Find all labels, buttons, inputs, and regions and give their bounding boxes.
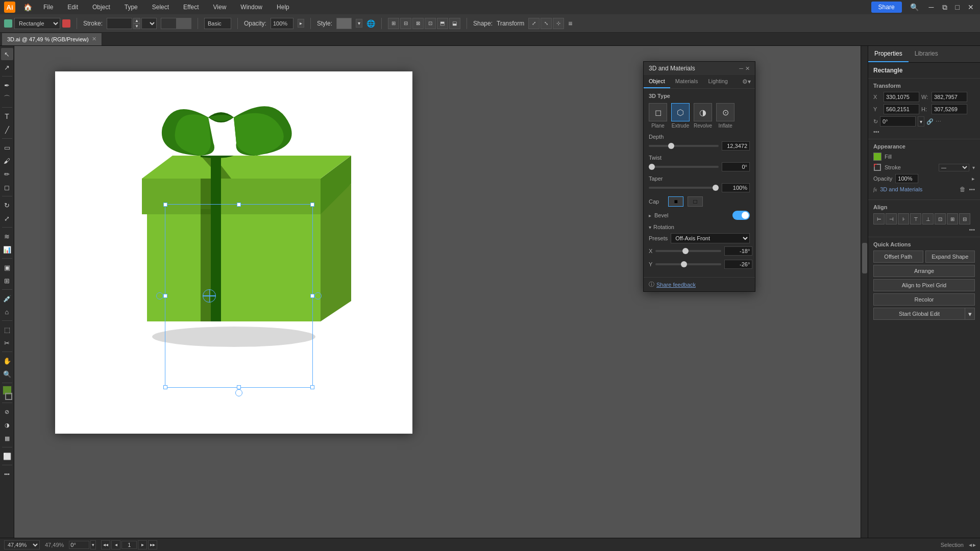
align-more-btn[interactable]: ••• xyxy=(969,227,975,233)
type-tool[interactable]: T xyxy=(1,110,13,122)
home-icon[interactable]: 🏠 xyxy=(23,3,32,11)
slice-tool[interactable]: ✂ xyxy=(1,337,13,349)
opacity-arrow-btn[interactable]: ▸ xyxy=(972,176,975,182)
align-btn-1[interactable]: ⊞ xyxy=(388,18,399,29)
eraser-tool[interactable]: ◻ xyxy=(1,181,13,193)
twist-slider[interactable] xyxy=(649,166,719,168)
taper-value-input[interactable]: 100% xyxy=(722,183,750,192)
transform-link-icon[interactable]: 🔗 xyxy=(926,118,934,125)
fx-delete-btn[interactable]: 🗑 xyxy=(960,186,966,193)
prev-artboard[interactable]: ◂ xyxy=(969,541,972,548)
tab-materials[interactable]: Materials xyxy=(670,75,703,88)
menu-help[interactable]: Help xyxy=(274,3,292,12)
align-pixel-btn[interactable]: Align to Pixel Grid xyxy=(873,279,975,291)
graph-tool[interactable]: 📊 xyxy=(1,243,13,256)
select-tool[interactable]: ↖ xyxy=(1,48,13,60)
menu-select[interactable]: Select xyxy=(149,3,172,12)
rotation-dropdown-btn[interactable]: ▾ xyxy=(918,116,924,127)
stroke-unit[interactable] xyxy=(141,18,157,29)
tool-dropdown[interactable]: Rectangle xyxy=(14,18,60,29)
y-prop-input[interactable] xyxy=(884,104,919,114)
search-button[interactable]: 🔍 xyxy=(910,3,919,11)
scale-tool[interactable]: ⤢ xyxy=(1,212,13,224)
opacity-arrow[interactable]: ▸ xyxy=(298,19,304,28)
libraries-tab[interactable]: Libraries xyxy=(909,46,944,62)
y-rotation-value[interactable]: -26° xyxy=(724,260,752,269)
menu-file[interactable]: File xyxy=(40,3,56,12)
panel-settings-icon[interactable]: ⚙▾ xyxy=(738,75,755,88)
transform-more-icon[interactable]: ⋯ xyxy=(936,118,941,125)
paintbrush-tool[interactable]: 🖌 xyxy=(1,155,13,167)
properties-tab[interactable]: Properties xyxy=(868,46,909,62)
x-rotation-value[interactable]: -18° xyxy=(724,246,752,256)
x-prop-input[interactable] xyxy=(884,92,919,102)
more-options-icon[interactable]: ≡ xyxy=(568,19,572,28)
style-globe-icon[interactable]: 🌐 xyxy=(366,19,375,28)
minimize-button[interactable]: ─ xyxy=(927,3,936,11)
panel-close-btn[interactable]: ✕ xyxy=(745,65,750,72)
canvas-area[interactable]: 3D and Materials ─ ✕ Object Materials Li… xyxy=(14,46,868,538)
menu-type[interactable]: Type xyxy=(121,3,141,12)
nav-next[interactable]: ▸ xyxy=(138,540,147,549)
cap-option-hollow[interactable]: □ xyxy=(688,196,703,207)
handle-ml[interactable] xyxy=(163,294,167,298)
more-tools[interactable]: ••• xyxy=(1,468,13,480)
menu-window[interactable]: Window xyxy=(237,3,265,12)
change-screen[interactable]: ⬜ xyxy=(1,450,13,462)
align-top-edge[interactable]: ⊤ xyxy=(910,213,921,224)
handle-mr[interactable] xyxy=(310,294,314,298)
pen-tool[interactable]: ✒ xyxy=(1,79,13,91)
transform-tools[interactable]: ⤢ ⤡ ⊹ xyxy=(528,18,564,29)
taper-slider[interactable] xyxy=(649,187,719,189)
stroke-down[interactable]: ▼ xyxy=(133,23,140,29)
menu-object[interactable]: Object xyxy=(89,3,113,12)
align-left-edge[interactable]: ⊢ xyxy=(873,213,885,224)
share-button[interactable]: Share xyxy=(871,2,902,13)
rotation-handle-right[interactable] xyxy=(314,292,322,299)
align-h-center[interactable]: ⊣ xyxy=(886,213,897,224)
blend-tool[interactable]: ⌂ xyxy=(1,306,13,318)
align-distribute-h[interactable]: ⊞ xyxy=(947,213,958,224)
stroke-style-icon[interactable] xyxy=(873,163,881,171)
artboard-tool[interactable]: ⬚ xyxy=(1,323,13,336)
tab-lighting[interactable]: Lighting xyxy=(703,75,733,88)
handle-tr[interactable] xyxy=(310,203,314,207)
rotation-handle-bottom[interactable] xyxy=(235,389,242,396)
tool-color-red[interactable] xyxy=(62,19,70,28)
recolor-btn[interactable]: Recolor xyxy=(873,293,975,306)
next-artboard[interactable]: ▸ xyxy=(973,541,976,548)
basic-dropdown[interactable]: Basic xyxy=(204,18,231,29)
h-prop-input[interactable] xyxy=(932,104,967,114)
bevel-toggle[interactable] xyxy=(732,211,750,220)
eyedropper-tool[interactable]: 💉 xyxy=(1,292,13,305)
handle-bm[interactable] xyxy=(237,385,241,389)
tool-color-green[interactable] xyxy=(4,19,12,28)
style-preview[interactable] xyxy=(336,18,352,29)
rect-tool[interactable]: ▭ xyxy=(1,141,13,154)
zoom-tool[interactable]: 🔍 xyxy=(1,368,13,380)
stroke-dropdown-arrow[interactable]: ▾ xyxy=(972,165,975,170)
align-right-edge[interactable]: ⊦ xyxy=(898,213,909,224)
maximize-button[interactable]: □ xyxy=(953,3,962,11)
twist-value-input[interactable]: 0° xyxy=(722,162,750,171)
stroke-controls[interactable]: ▲ ▼ xyxy=(107,18,157,29)
align-group[interactable]: ⊞ ⊟ ⊠ ⊡ ⬒ ⬓ xyxy=(388,18,460,29)
align-btn-6[interactable]: ⬓ xyxy=(449,18,460,29)
mesh-tool[interactable]: ⊞ xyxy=(1,274,13,287)
align-btn-2[interactable]: ⊟ xyxy=(400,18,411,29)
stroke-color-preview[interactable] xyxy=(161,18,191,29)
stroke-input[interactable] xyxy=(107,18,132,29)
stroke-color[interactable] xyxy=(5,393,12,400)
line-tool[interactable]: ╱ xyxy=(1,123,13,136)
expand-shape-btn[interactable]: Expand Shape xyxy=(925,251,975,263)
bevel-expand-icon[interactable]: ▸ xyxy=(649,213,651,218)
start-global-edit-btn[interactable]: Start Global Edit xyxy=(873,308,965,320)
w-prop-input[interactable] xyxy=(932,92,967,102)
type-plane[interactable]: ◻ Plane xyxy=(649,103,667,129)
nav-last[interactable]: ▸▸ xyxy=(148,540,157,549)
handle-tm[interactable] xyxy=(237,203,241,207)
stroke-type-select[interactable]: — xyxy=(939,164,969,171)
rotation-header[interactable]: ▾ Rotation xyxy=(649,224,750,230)
x-rotation-slider[interactable] xyxy=(655,250,721,252)
type-inflate[interactable]: ⊙ Inflate xyxy=(716,103,734,129)
